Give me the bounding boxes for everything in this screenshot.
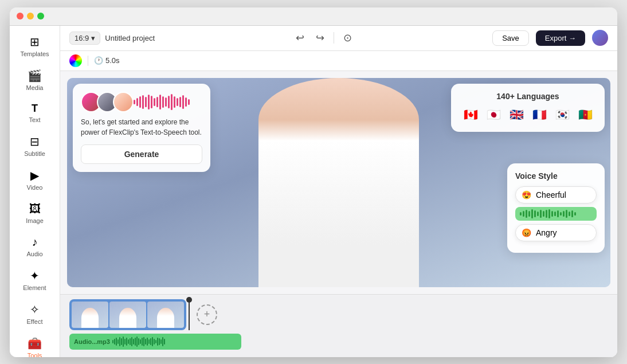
tts-panel: So, let's get started and explore the po… (73, 84, 210, 172)
editor-area: So, let's get started and explore the po… (60, 71, 617, 357)
image-icon: 🖼 (29, 202, 41, 216)
video-timeline-row: + (69, 299, 608, 330)
audio-strip: Audio...mp3 (69, 334, 241, 350)
main-layout: ⊞ Templates 🎬 Media T Text ⊟ Subtitle ▶ … (10, 26, 617, 357)
sidebar-item-image[interactable]: 🖼 Image (10, 198, 60, 229)
audio-timeline-row: Audio...mp3 (69, 334, 608, 350)
sidebar-item-text[interactable]: T Text (10, 98, 60, 128)
sidebar: ⊞ Templates 🎬 Media T Text ⊟ Subtitle ▶ … (10, 26, 60, 357)
main-canvas: So, let's get started and explore the po… (67, 78, 610, 287)
content-area: 16:9 ▾ Untitled project ↩ ↪ ⊙ Save Expor… (60, 26, 617, 357)
tools-icon: 🧰 (28, 336, 42, 350)
tts-text: So, let's get started and explore the po… (81, 117, 202, 138)
voice-style-panel: Voice Style 😍 Cheerful (507, 163, 605, 253)
toolbar-center: ↩ ↪ ⊙ (162, 29, 485, 46)
save-button[interactable]: Save (492, 30, 529, 46)
project-title: Untitled project (105, 34, 155, 42)
video-thumb-1 (72, 302, 108, 328)
add-clip-button[interactable]: + (197, 304, 217, 325)
effect-icon: ✧ (30, 303, 40, 316)
duration-value: 5.0s (105, 56, 120, 65)
sidebar-item-media[interactable]: 🎬 Media (10, 64, 60, 96)
toolbar-left: 16:9 ▾ Untitled project (69, 32, 155, 45)
toolbar-divider (334, 32, 334, 44)
avatar[interactable] (592, 30, 608, 46)
video-icon: ▶ (30, 169, 39, 182)
title-bar (10, 7, 617, 26)
flag-korea: 🇰🇷 (553, 105, 571, 124)
media-icon: 🎬 (28, 69, 42, 83)
duration-display: 🕐 5.0s (94, 56, 120, 65)
text-icon: T (32, 103, 38, 115)
sidebar-item-tools[interactable]: 🧰 Tools (10, 332, 60, 357)
chevron-down-icon: ▾ (91, 34, 95, 42)
video-thumb-2 (109, 302, 146, 328)
color-wheel-button[interactable] (69, 54, 82, 67)
timeline-header: 🕐 5.0s (60, 51, 617, 71)
flag-uk: 🇬🇧 (507, 105, 526, 124)
angry-label: Angry (536, 228, 557, 237)
video-strip (69, 299, 186, 330)
aspect-ratio-button[interactable]: 16:9 ▾ (69, 32, 100, 45)
sidebar-item-element[interactable]: ✦ Element (10, 264, 60, 296)
cheerful-label: Cheerful (536, 190, 566, 199)
voice-avatar-3 (113, 92, 134, 112)
voice-style-angry[interactable]: 😡 Angry (515, 224, 597, 241)
languages-panel: 140+ Languages 🇨🇦 🇯🇵 🇬🇧 🇫🇷 🇰🇷 🇨🇲 (451, 84, 605, 132)
minimize-button[interactable] (27, 13, 34, 19)
subtitle-icon: ⊟ (30, 135, 40, 148)
voices-header (81, 92, 202, 112)
toolbar: 16:9 ▾ Untitled project ↩ ↪ ⊙ Save Expor… (60, 26, 617, 51)
separator (88, 56, 88, 66)
generate-button[interactable]: Generate (81, 144, 202, 164)
templates-icon: ⊞ (30, 35, 40, 49)
audio-waveform (112, 336, 237, 347)
export-button[interactable]: Export → (536, 30, 585, 46)
voice-waveform-active (515, 207, 597, 221)
sidebar-item-audio[interactable]: ♪ Audio (10, 231, 60, 262)
sidebar-item-templates[interactable]: ⊞ Templates (10, 30, 60, 62)
voice-style-title: Voice Style (515, 171, 597, 181)
video-thumb-3 (147, 302, 184, 328)
cheerful-emoji: 😍 (522, 190, 531, 199)
flag-cameroon: 🇨🇲 (576, 105, 594, 124)
element-icon: ✦ (30, 269, 40, 283)
redo-button[interactable]: ↪ (314, 29, 327, 46)
sidebar-item-subtitle[interactable]: ⊟ Subtitle (10, 130, 60, 162)
toolbar-right: Save Export → (492, 30, 608, 46)
maximize-button[interactable] (37, 13, 44, 19)
app-window: ⊞ Templates 🎬 Media T Text ⊟ Subtitle ▶ … (10, 7, 617, 357)
audio-label: Audio...mp3 (74, 338, 110, 345)
sidebar-item-effect[interactable]: ✧ Effect (10, 298, 60, 330)
sidebar-item-video[interactable]: ▶ Video (10, 164, 60, 195)
flags-row: 🇨🇦 🇯🇵 🇬🇧 🇫🇷 🇰🇷 🇨🇲 (461, 105, 594, 124)
undo-button[interactable]: ↩ (293, 29, 307, 46)
voice-style-cheerful[interactable]: 😍 Cheerful (515, 186, 597, 203)
tts-waveform (134, 93, 202, 111)
flag-canada: 🇨🇦 (461, 105, 480, 124)
timeline-area: + Audio...mp3 (60, 294, 617, 357)
woman-figure (258, 78, 419, 287)
flag-france: 🇫🇷 (530, 105, 548, 124)
audio-icon: ♪ (32, 236, 38, 249)
angry-emoji: 😡 (522, 228, 531, 237)
playhead[interactable] (189, 299, 190, 330)
flag-japan: 🇯🇵 (484, 105, 503, 124)
screen-record-button[interactable]: ⊙ (341, 29, 354, 46)
languages-title: 140+ Languages (461, 92, 594, 101)
clock-icon: 🕐 (94, 56, 103, 65)
close-button[interactable] (17, 13, 23, 19)
canvas-area: So, let's get started and explore the po… (60, 71, 617, 294)
